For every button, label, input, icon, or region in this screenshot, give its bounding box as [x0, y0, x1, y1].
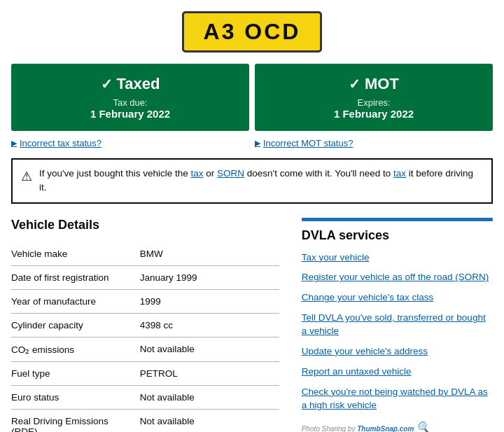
vehicle-value-6: Not available [140, 385, 279, 409]
arrow-right-icon2: ▶ [255, 139, 260, 148]
dvla-links-list: Tax your vehicleRegister your vehicle as… [302, 251, 493, 412]
table-row: CO₂ emissions Not available [11, 337, 279, 361]
tax-due-label: Tax due: [20, 97, 241, 108]
vehicle-details-section: Vehicle Details Vehicle make BMW Date of… [11, 218, 279, 433]
dvla-link-5[interactable]: Report an untaxed vehicle [302, 365, 493, 379]
watermark: Photo Sharing by ThumbSnap.com 🔍 [302, 421, 493, 432]
dvla-link-1[interactable]: Register your vehicle as off the road (S… [302, 271, 493, 284]
vehicle-value-5: PETROL [140, 361, 279, 385]
vehicle-value-4: Not available [140, 337, 279, 361]
tax-link-1[interactable]: tax [190, 168, 203, 179]
table-row: Euro status Not available [11, 385, 279, 409]
mot-check-icon: ✓ [349, 76, 360, 92]
vehicle-value-0: BMW [140, 242, 279, 266]
info-banner: ⚠ If you've just bought this vehicle the… [11, 158, 493, 204]
table-row: Vehicle make BMW [11, 242, 279, 266]
table-row: Year of manufacture 1999 [11, 289, 279, 313]
vehicle-value-2: 1999 [140, 289, 279, 313]
list-item: Check you're not being watched by DVLA a… [302, 386, 493, 412]
vehicle-details-heading: Vehicle Details [11, 218, 279, 232]
info-text: If you've just bought this vehicle the t… [39, 167, 483, 195]
tax-status-box: ✓ Taxed Tax due: 1 February 2022 [11, 64, 249, 131]
table-row: Fuel type PETROL [11, 361, 279, 385]
vehicle-value-7: Not available [140, 409, 279, 432]
tax-due-date: 1 February 2022 [20, 108, 241, 120]
incorrect-mot-link[interactable]: ▶ Incorrect MOT status? [255, 138, 493, 148]
info-icon: ⚠ [21, 167, 32, 186]
mot-expires-date: 1 February 2022 [263, 108, 484, 120]
incorrect-mot-col: ▶ Incorrect MOT status? [255, 138, 493, 148]
table-row: Real Driving Emissions (RDE) Not availab… [11, 409, 279, 432]
dvla-link-6[interactable]: Check you're not being watched by DVLA a… [302, 386, 493, 412]
vehicle-value-1: January 1999 [140, 265, 279, 289]
dvla-link-4[interactable]: Update your vehicle's address [302, 345, 493, 358]
list-item: Report an untaxed vehicle [302, 365, 493, 379]
incorrect-tax-link[interactable]: ▶ Incorrect tax status? [11, 138, 249, 148]
tax-status-title: ✓ Taxed [20, 75, 241, 93]
dvla-link-0[interactable]: Tax your vehicle [302, 251, 493, 265]
vehicle-label-4: CO₂ emissions [11, 337, 140, 361]
list-item: Tell DVLA you've sold, transferred or bo… [302, 312, 493, 338]
license-plate-container: A3 OCD [11, 11, 493, 53]
vehicle-label-2: Year of manufacture [11, 289, 140, 313]
vehicle-label-6: Euro status [11, 385, 140, 409]
table-row: Date of first registration January 1999 [11, 265, 279, 289]
vehicle-label-3: Cylinder capacity [11, 313, 140, 337]
tax-check-icon: ✓ [101, 76, 113, 92]
dvla-link-2[interactable]: Change your vehicle's tax class [302, 291, 493, 305]
mot-expires-label: Expires: [263, 97, 484, 108]
main-content: Vehicle Details Vehicle make BMW Date of… [11, 218, 493, 433]
mot-status-title: ✓ MOT [263, 75, 484, 93]
list-item: Change your vehicle's tax class [302, 291, 493, 305]
incorrect-tax-text: Incorrect tax status? [20, 138, 102, 148]
vehicle-label-5: Fuel type [11, 361, 140, 385]
vehicle-label-0: Vehicle make [11, 242, 140, 266]
vehicle-table: Vehicle make BMW Date of first registrat… [11, 242, 279, 433]
dvla-services-heading: DVLA services [302, 228, 493, 243]
dvla-top-bar [302, 218, 493, 221]
mot-status-label: MOT [365, 75, 399, 93]
search-icon: 🔍 [416, 421, 430, 432]
license-plate: A3 OCD [182, 11, 323, 53]
incorrect-mot-text: Incorrect MOT status? [263, 138, 353, 148]
vehicle-label-7: Real Driving Emissions (RDE) [11, 409, 140, 432]
table-row: Cylinder capacity 4398 cc [11, 313, 279, 337]
list-item: Register your vehicle as off the road (S… [302, 271, 493, 284]
dvla-link-3[interactable]: Tell DVLA you've sold, transferred or bo… [302, 312, 493, 338]
tax-status-label: Taxed [117, 75, 160, 93]
incorrect-tax-col: ▶ Incorrect tax status? [11, 138, 249, 148]
incorrect-row: ▶ Incorrect tax status? ▶ Incorrect MOT … [11, 138, 493, 148]
vehicle-label-1: Date of first registration [11, 265, 140, 289]
list-item: Tax your vehicle [302, 251, 493, 265]
status-row: ✓ Taxed Tax due: 1 February 2022 ✓ MOT E… [11, 64, 493, 131]
tax-link-2[interactable]: tax [393, 168, 406, 179]
mot-status-box: ✓ MOT Expires: 1 February 2022 [255, 64, 493, 131]
sorn-link[interactable]: SORN [217, 168, 244, 179]
dvla-services-section: DVLA services Tax your vehicleRegister y… [296, 218, 493, 433]
arrow-right-icon: ▶ [11, 139, 17, 148]
vehicle-value-3: 4398 cc [140, 313, 279, 337]
thumbsnap-brand: ThumbSnap.com [357, 425, 414, 432]
list-item: Update your vehicle's address [302, 345, 493, 358]
